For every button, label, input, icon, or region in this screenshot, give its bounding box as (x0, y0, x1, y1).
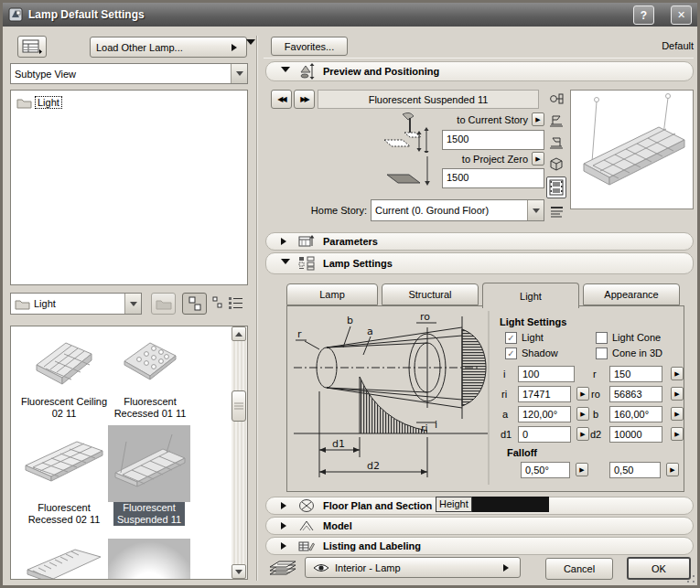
thumb-label[interactable]: Fluorescent Ceiling 02 11 (16, 396, 112, 420)
thumb-label[interactable]: General Light 11 (110, 577, 190, 580)
thumb-fluorescent-ceiling-02[interactable] (26, 332, 99, 394)
lamp-thumbnail-image (20, 433, 108, 487)
to-current-story-input[interactable]: 1500 (442, 130, 544, 150)
tab-lamp[interactable]: Lamp (286, 283, 378, 305)
lamp-thumbnail-image (26, 332, 99, 392)
next-object-button[interactable]: ▶▶ (294, 90, 315, 109)
field-b-menu-button[interactable] (671, 407, 684, 421)
to-current-story-menu-button[interactable] (532, 112, 544, 126)
help-icon[interactable] (633, 5, 654, 25)
section-lamp-settings[interactable]: Lamp Settings (265, 252, 694, 274)
thumb-label-selected[interactable]: Fluorescent Suspended 11 (113, 502, 185, 526)
home-story-dropdown[interactable]: Current (0. Ground Floor) (371, 199, 544, 221)
thumb-fluorescent-wall[interactable] (22, 542, 106, 580)
chevron-down-icon[interactable] (231, 64, 247, 83)
list-scrollbar[interactable] (232, 326, 247, 579)
load-other-lamp-button[interactable]: Load Other Lamp... (90, 37, 247, 58)
to-project-zero-input[interactable]: 1500 (442, 168, 544, 188)
chevron-down-icon[interactable] (124, 294, 141, 314)
collapse-panel-icon[interactable] (246, 39, 255, 49)
falloff-input-1[interactable]: 0,50° (521, 462, 570, 478)
resize-grip[interactable] (686, 574, 695, 583)
thumb-label[interactable]: Fluorescent Recessed 01 11 (110, 396, 190, 420)
preview-picture-toggle[interactable] (546, 176, 566, 198)
eye-icon (313, 562, 329, 573)
section-expanded-icon (281, 67, 290, 77)
scroll-up-icon[interactable] (232, 326, 246, 341)
ok-button[interactable]: OK (627, 557, 691, 580)
listing-labeling-icon (297, 538, 316, 554)
panel-divider[interactable] (256, 36, 258, 581)
thumb-fluorescent-suspended-selected[interactable] (108, 425, 190, 502)
light-checkbox[interactable]: ✓ (505, 332, 517, 344)
falloff-input-2[interactable]: 0,50 (609, 462, 661, 478)
symbol-2d-icon[interactable] (549, 91, 565, 106)
tab-appearance[interactable]: Appearance (583, 283, 680, 305)
window-title: Lamp Default Settings (28, 8, 145, 21)
subtype-tree[interactable]: Light (10, 90, 248, 285)
cancel-button[interactable]: Cancel (545, 558, 613, 580)
subtype-view-dropdown[interactable]: Subtype View (10, 63, 248, 84)
folder-dropdown[interactable]: Light (10, 293, 142, 315)
svg-text:ro: ro (420, 311, 430, 323)
view-3d-icon[interactable] (549, 156, 565, 172)
section-title: Parameters (323, 236, 378, 247)
field-r-menu-button[interactable] (671, 367, 684, 380)
cone-in-3d-checkbox[interactable] (596, 347, 608, 359)
large-icons-toggle[interactable] (182, 293, 207, 315)
scroll-down-icon[interactable] (232, 564, 246, 579)
browser-mode-button[interactable] (17, 36, 47, 58)
scrollbar-thumb[interactable] (232, 390, 246, 422)
field-r-label: r (593, 369, 597, 380)
field-d2-menu-button[interactable] (671, 427, 684, 441)
section-listing[interactable]: Listing and Labeling (265, 537, 694, 555)
field-ro-menu-button[interactable] (671, 387, 684, 401)
field-i-input[interactable]: 100 (518, 366, 575, 382)
description-icon[interactable] (549, 204, 565, 219)
tab-structural[interactable]: Structural (382, 283, 479, 305)
field-ri-input[interactable]: 17471 (518, 386, 571, 402)
list-view-toggle[interactable] (228, 295, 246, 312)
to-project-zero-menu-button[interactable] (532, 152, 544, 166)
thumb-label[interactable]: Fluorescent Recessed 02 11 (16, 502, 112, 526)
section-title: Lamp Settings (323, 258, 393, 269)
lamp-thumbnail-list[interactable]: Fluorescent Ceiling 02 11 Fluorescent Re… (10, 326, 248, 580)
previous-object-button[interactable]: ◀◀ (271, 90, 292, 109)
field-a-menu-button[interactable] (576, 407, 589, 421)
front-view-icon[interactable] (549, 112, 565, 128)
field-d2-label: d2 (590, 429, 601, 440)
small-icons-toggle[interactable] (211, 295, 226, 312)
layer-selector-button[interactable]: Interior - Lamp (305, 557, 521, 578)
thumb-fluorescent-recessed-01[interactable] (113, 334, 185, 392)
field-b-input[interactable]: 160,00° (609, 406, 662, 422)
lamp-thumbnail-image (22, 542, 106, 580)
field-r-input[interactable]: 150 (609, 366, 662, 382)
tab-light[interactable]: Light (482, 283, 579, 308)
title-bar[interactable]: Lamp Default Settings (3, 3, 697, 27)
section-parameters[interactable]: Parameters (265, 232, 694, 251)
thumb-general-light[interactable] (108, 539, 190, 580)
field-b-label: b (593, 409, 598, 420)
shadow-checkbox[interactable]: ✓ (505, 347, 517, 359)
side-view-icon[interactable] (549, 134, 565, 150)
section-preview-positioning[interactable]: Preview and Positioning (265, 61, 694, 81)
section-model[interactable]: Model (265, 517, 694, 535)
thumb-fluorescent-recessed-02[interactable] (20, 433, 108, 489)
field-a-input[interactable]: 120,00° (518, 406, 571, 422)
close-icon[interactable] (671, 5, 692, 25)
section-collapsed-icon (281, 522, 290, 529)
folder-up-button[interactable] (151, 293, 176, 315)
field-ro-input[interactable]: 56863 (609, 386, 662, 402)
falloff-menu-button-1[interactable] (576, 463, 588, 476)
thumb-label[interactable]: Fluorescent Wall 11 (16, 577, 112, 580)
light-cone-checkbox[interactable] (596, 332, 608, 344)
folder-icon (16, 97, 32, 109)
tree-item-light[interactable]: Light (16, 96, 62, 109)
field-d1-menu-button[interactable] (576, 427, 589, 441)
favorites-button[interactable]: Favorites... (271, 37, 348, 56)
field-d1-input[interactable]: 0 (518, 426, 571, 443)
chevron-down-icon[interactable] (527, 200, 544, 220)
field-d2-input[interactable]: 10000 (609, 426, 662, 443)
field-ri-menu-button[interactable] (576, 387, 589, 401)
falloff-menu-button-2[interactable] (666, 463, 679, 476)
